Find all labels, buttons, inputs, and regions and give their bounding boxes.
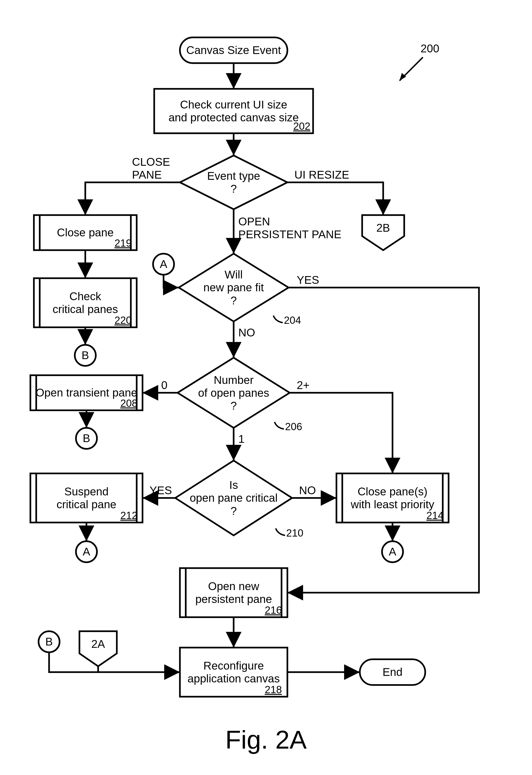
n202: Check current UI size and protected canv… [154, 89, 313, 133]
n220-line2: critical panes [53, 303, 118, 315]
d210-ref: 210 [286, 527, 303, 539]
n220-line1: Check [69, 290, 101, 303]
d210: Is open pane critical ? [187, 471, 280, 525]
edge-close-pane-l2: PANE [132, 168, 162, 181]
edge-d210-yes: YES [150, 484, 172, 497]
d206: Number of open panes ? [189, 366, 278, 419]
d206-ref-tick [275, 422, 284, 429]
n216-ref: 216 [265, 604, 282, 616]
d206-ref: 206 [285, 421, 302, 433]
n214-line1: Close pane(s) [358, 485, 428, 498]
edge-ui-resize: UI RESIZE [294, 168, 349, 181]
d210-line1: Is [229, 479, 238, 492]
d-event-line2: ? [231, 182, 237, 195]
d210-ref-tick [276, 528, 285, 535]
d206-line1: Number [214, 373, 254, 386]
conn-b-out-208: B [76, 428, 97, 449]
edge-d210-no: NO [299, 484, 316, 497]
n202-ref: 202 [293, 120, 310, 132]
n216-line1: Open new [208, 580, 259, 593]
n208-ref: 208 [120, 398, 137, 409]
d210-line2: open pane critical [190, 492, 278, 504]
conn-a-out-214: A [382, 541, 403, 562]
figure-caption: Fig. 2A [0, 725, 532, 754]
conn-a-out-212-label: A [83, 545, 90, 558]
off-2b-label: 2B [376, 221, 390, 234]
conn-a-in-label: A [160, 258, 167, 270]
edge-d206-1: 1 [238, 433, 245, 446]
conn-b-out-220-label: B [82, 349, 89, 362]
n218-line1: Reconfigure [204, 659, 264, 672]
edge-open-l1: OPEN [238, 215, 270, 228]
edge-open-l2: PERSISTENT PANE [238, 228, 341, 241]
d204-line2: new pane fit [204, 281, 264, 294]
conn-b-in: B [39, 631, 60, 652]
d206-line2: of open panes [198, 386, 269, 399]
d204-ref-tick [273, 315, 283, 322]
d204-ref: 204 [284, 314, 301, 326]
d204: Will new pane fit ? [192, 263, 276, 312]
n214-ref: 214 [426, 510, 443, 521]
n219-line1: Close pane [57, 226, 114, 239]
conn-b-in-label: B [45, 635, 53, 648]
n202-line2: and protected canvas size [168, 111, 299, 124]
off-2b: 2B [362, 215, 404, 241]
start-node: Canvas Size Event [180, 37, 287, 63]
n216-line2: persistent pane [195, 593, 272, 606]
callout-200: 200 [421, 42, 439, 55]
conn-b-out-208-label: B [83, 432, 90, 445]
end-label: End [382, 666, 402, 678]
d-event: Event type ? [192, 166, 276, 199]
start-label: Canvas Size Event [186, 44, 281, 57]
edge-d206-2plus: 2+ [297, 379, 310, 392]
conn-b-out-220: B [75, 345, 96, 366]
n218-line2: application canvas [188, 672, 280, 685]
n212-line1: Suspend [64, 485, 109, 498]
conn-a-out-214-label: A [389, 545, 396, 558]
edge-d204-yes: YES [297, 273, 319, 286]
edge-close-pane-l1: CLOSE [132, 155, 170, 168]
conn-a-in: A [153, 254, 174, 275]
off-2a-label: 2A [91, 638, 105, 650]
edge-d204-no: NO [238, 326, 255, 339]
d210-line3: ? [231, 505, 237, 517]
d204-line1: Will [225, 268, 243, 281]
d204-line3: ? [231, 294, 237, 307]
conn-a-out-212: A [76, 541, 97, 562]
edge-d206-0: 0 [161, 379, 168, 392]
n212-ref: 212 [120, 510, 137, 521]
d-event-line1: Event type [207, 169, 260, 182]
n218-ref: 218 [265, 684, 282, 696]
d206-line3: ? [231, 399, 237, 412]
off-2a: 2A [79, 631, 117, 657]
n202-line1: Check current UI size [180, 98, 287, 111]
n220-ref: 220 [114, 314, 132, 326]
n219-ref: 219 [114, 237, 132, 249]
n214-line2: with least priority [351, 498, 434, 511]
flowchart-figure-2a: 200 Canvas Size Event Check current UI s… [0, 0, 532, 775]
end-node: End [360, 659, 425, 685]
callout-200-arrow [400, 57, 423, 81]
n212-line2: critical pane [57, 498, 116, 511]
